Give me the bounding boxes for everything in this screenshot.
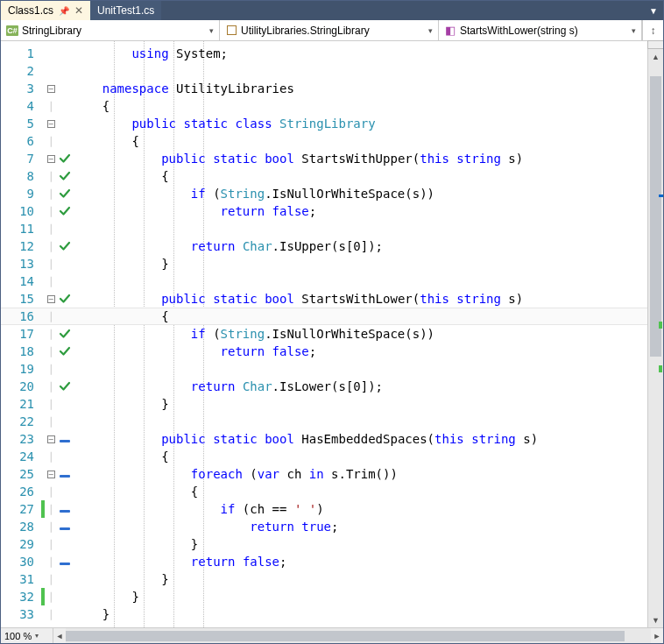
coverage-none-icon (57, 503, 73, 515)
code-line[interactable]: 2 (1, 62, 647, 80)
code-text[interactable]: using System; (73, 46, 228, 60)
code-text[interactable]: } (73, 537, 198, 551)
code-line[interactable]: 24│ { (1, 448, 647, 465)
coverage-check-icon (57, 345, 73, 358)
code-text[interactable]: { (73, 99, 109, 113)
nav-project-dropdown[interactable]: C# StringLibrary ▾ (1, 20, 220, 40)
code-line[interactable]: 13│ } (1, 255, 647, 272)
code-line[interactable]: 27│ if (ch == ' ') (1, 500, 647, 518)
zoom-dropdown[interactable]: 100 % ▾ (1, 628, 53, 643)
code-text[interactable]: namespace UtilityLibraries (73, 81, 294, 96)
code-text[interactable]: } (73, 590, 139, 604)
zoom-label: 100 % (4, 631, 32, 641)
swap-button[interactable]: ↕ (642, 20, 663, 40)
code-text[interactable]: return Char.IsLower(s[0]); (73, 379, 383, 393)
code-line[interactable]: 30│ return false; (1, 553, 647, 570)
fold-toggle[interactable]: − (45, 154, 57, 164)
fold-toggle[interactable]: − (45, 294, 57, 304)
change-margin (41, 45, 45, 62)
horizontal-scrollbar[interactable] (66, 628, 651, 643)
code-editor[interactable]: 1 using System;23− namespace UtilityLibr… (1, 41, 663, 627)
fold-toggle: │ (45, 207, 57, 216)
code-line[interactable]: 12│ return Char.IsUpper(s[0]); (1, 237, 647, 255)
code-line[interactable]: 20│ return Char.IsLower(s[0]); (1, 378, 647, 395)
fold-toggle: │ (45, 329, 57, 339)
code-line[interactable]: 32│ } (1, 588, 647, 605)
code-line[interactable]: 9│ if (String.IsNullOrWhiteSpace(s)) (1, 185, 647, 202)
code-line[interactable]: 17│ if (String.IsNullOrWhiteSpace(s)) (1, 325, 647, 343)
code-text[interactable]: public static bool StartsWithUpper(this … (73, 152, 523, 166)
fold-toggle[interactable]: − (45, 470, 57, 479)
code-line[interactable]: 23− public static bool HasEmbeddedSpaces… (1, 430, 647, 448)
scroll-right-icon[interactable]: ► (651, 632, 663, 640)
scroll-left-icon[interactable]: ◄ (53, 632, 66, 640)
code-text[interactable]: } (73, 607, 109, 621)
code-line[interactable]: 5− public static class StringLibrary (1, 115, 647, 132)
line-number: 30 (1, 555, 41, 569)
fold-toggle[interactable]: − (45, 84, 57, 94)
split-handle[interactable] (647, 40, 664, 49)
code-text[interactable]: public static bool StartsWithLower(this … (73, 292, 523, 306)
code-line[interactable]: 22│ (1, 413, 647, 430)
code-line[interactable]: 3− namespace UtilityLibraries (1, 80, 647, 97)
code-line[interactable]: 25− foreach (var ch in s.Trim()) (1, 465, 647, 483)
code-text[interactable]: } (73, 257, 169, 271)
code-text[interactable]: return false; (73, 344, 316, 358)
nav-member-dropdown[interactable]: ◧ StartsWithLower(string s) ▾ (439, 20, 642, 40)
code-text[interactable]: { (73, 485, 198, 499)
code-line[interactable]: 1 using System; (1, 45, 647, 62)
code-line[interactable]: 10│ return false; (1, 202, 647, 220)
code-line[interactable]: 31│ } (1, 570, 647, 588)
code-line[interactable]: 29│ } (1, 535, 647, 553)
code-line[interactable]: 33│ } (1, 605, 647, 623)
code-text[interactable]: { (73, 169, 169, 183)
code-text[interactable]: foreach (var ch in s.Trim()) (73, 467, 398, 481)
fold-toggle: │ (45, 417, 57, 427)
scroll-down-icon[interactable]: ▼ (648, 613, 663, 627)
code-line[interactable]: 28│ return true; (1, 518, 647, 535)
code-text[interactable]: if (String.IsNullOrWhiteSpace(s)) (73, 187, 434, 201)
code-text[interactable]: return false; (73, 204, 316, 218)
code-text[interactable]: { (73, 134, 139, 148)
code-line[interactable]: 16│ { (1, 308, 647, 325)
code-line[interactable]: 26│ { (1, 483, 647, 500)
vertical-scrollbar[interactable]: ▲ ▼ (647, 41, 663, 627)
fold-toggle[interactable]: − (45, 119, 57, 129)
tab-overflow-button[interactable]: ▼ (644, 1, 663, 20)
scroll-up-icon[interactable]: ▲ (648, 50, 663, 64)
fold-toggle[interactable]: − (45, 435, 57, 444)
code-line[interactable]: 15− public static bool StartsWithLower(t… (1, 290, 647, 308)
code-line[interactable]: 19│ (1, 360, 647, 378)
code-text[interactable]: return true; (73, 520, 338, 534)
tab-class1[interactable]: Class1.cs 📌 ✕ (1, 1, 90, 20)
code-text[interactable]: return false; (73, 555, 286, 569)
chevron-down-icon: ▾ (428, 26, 433, 35)
code-line[interactable]: 7− public static bool StartsWithUpper(th… (1, 150, 647, 167)
line-number: 5 (1, 117, 41, 131)
code-line[interactable]: 11│ (1, 220, 647, 237)
code-text[interactable]: public static bool HasEmbeddedSpaces(thi… (73, 432, 538, 446)
scrollbar-thumb[interactable] (66, 631, 625, 641)
code-text[interactable]: return Char.IsUpper(s[0]); (73, 239, 383, 253)
line-number: 27 (1, 502, 41, 516)
code-text[interactable]: public static class StringLibrary (73, 117, 376, 131)
close-icon[interactable]: ✕ (74, 4, 83, 17)
code-text[interactable]: { (73, 309, 169, 323)
code-line[interactable]: 21│ } (1, 395, 647, 413)
nav-class-dropdown[interactable]: UtilityLibraries.StringLibrary ▾ (220, 20, 439, 40)
code-line[interactable]: 18│ return false; (1, 343, 647, 360)
code-text[interactable]: { (73, 449, 169, 464)
code-text[interactable]: } (73, 397, 169, 411)
code-line[interactable]: 6│ { (1, 132, 647, 150)
code-line[interactable]: 8│ { (1, 167, 647, 185)
code-text[interactable]: } (73, 572, 169, 586)
scrollbar-thumb[interactable] (650, 76, 661, 357)
pin-icon[interactable]: 📌 (59, 6, 69, 16)
tab-unittest1[interactable]: UnitTest1.cs (90, 1, 161, 20)
coverage-check-icon (57, 328, 73, 341)
code-line[interactable]: 4│ { (1, 97, 647, 115)
code-text[interactable]: if (ch == ' ') (73, 502, 324, 516)
code-text[interactable]: if (String.IsNullOrWhiteSpace(s)) (73, 327, 434, 341)
line-number: 2 (1, 64, 41, 78)
code-line[interactable]: 14│ (1, 272, 647, 290)
